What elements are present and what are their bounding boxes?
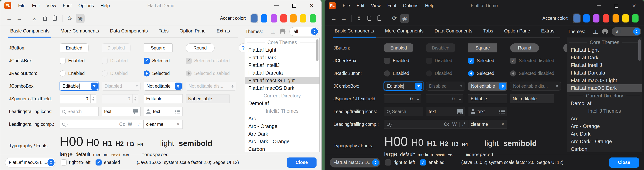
spinner[interactable]: 0 [384, 94, 421, 103]
theme-list-item[interactable]: FlatLaf Dark [567, 54, 642, 61]
combo-arrows-icon[interactable] [175, 83, 182, 90]
theme-list-item[interactable]: Arc [567, 115, 642, 122]
sample-button-square[interactable]: Square [144, 43, 172, 52]
text-input-user[interactable]: text [144, 107, 183, 116]
clear-icon[interactable]: ✕ [501, 121, 505, 127]
menu-item[interactable]: View [368, 0, 384, 11]
forward-icon[interactable]: → [340, 14, 348, 23]
match-case-toggle[interactable]: Cc [444, 121, 450, 127]
menu-item[interactable]: Edit [353, 0, 368, 11]
radio-selected[interactable]: Selected [468, 70, 494, 77]
textfield-editable[interactable]: Editable [144, 94, 183, 103]
checkbox-enabled[interactable]: Enabled [384, 58, 409, 64]
scrollbar-thumb[interactable] [316, 39, 318, 61]
close-window-icon[interactable] [309, 3, 314, 8]
search-dropdown-icon[interactable] [62, 123, 68, 126]
cut-icon[interactable]: ✂ [355, 14, 364, 23]
tab[interactable]: Basic Components [334, 28, 375, 37]
tab[interactable]: Extras [215, 28, 231, 37]
theme-list-item[interactable]: FlatLaf Dark [245, 54, 320, 61]
sample-button-enabled[interactable]: Enabled [384, 43, 413, 52]
scrollbar-thumb[interactable] [638, 39, 641, 61]
checkbox-checked-icon[interactable] [420, 159, 426, 165]
tab[interactable]: More Components [384, 28, 424, 37]
minimize-icon[interactable] [596, 3, 602, 8]
search-dropdown-icon[interactable] [387, 123, 393, 126]
accent-color-swatch[interactable] [631, 14, 639, 23]
checkbox-selected[interactable]: Selected [144, 58, 170, 64]
theme-list-item[interactable]: FlatLaf macOS Dark [245, 84, 320, 92]
copy-icon[interactable] [40, 14, 49, 23]
lookandfeel-combo[interactable]: FlatLaf macOS D... [330, 158, 380, 167]
radio-selected[interactable]: Selected [144, 70, 170, 77]
close-button[interactable]: Close [287, 157, 316, 168]
tab[interactable]: Extras [540, 28, 556, 37]
menu-item[interactable]: Help [422, 0, 438, 11]
menu-item[interactable]: Help [97, 0, 113, 11]
close-button[interactable]: Close [609, 157, 639, 168]
tab[interactable]: Basic Components [9, 28, 50, 37]
paste-icon[interactable] [50, 14, 60, 23]
accent-color-swatch[interactable] [592, 14, 600, 23]
text-input-calendar[interactable]: text [102, 107, 141, 116]
theme-list-item[interactable]: FlatLaf Darcula [245, 69, 320, 77]
clear-me-input[interactable]: clear me ✕ [144, 120, 183, 129]
theme-list-item[interactable]: FlatLaf macOS Light [245, 77, 320, 84]
theme-list-item[interactable]: FlatLaf macOS Light [567, 77, 642, 84]
radio-icon[interactable] [60, 70, 66, 77]
radio-checked-icon[interactable] [144, 70, 150, 77]
maximize-icon[interactable] [292, 3, 296, 8]
lookandfeel-combo[interactable]: FlatLaf macOS Li... [5, 158, 56, 167]
radio-enabled[interactable]: Enabled [60, 70, 84, 77]
calendar-icon[interactable] [133, 109, 138, 114]
theme-list-item[interactable]: FlatLaf Light [245, 46, 320, 54]
combo-arrows-icon[interactable] [633, 28, 640, 35]
theme-list-item[interactable]: Arc Dark - Orange [567, 138, 642, 145]
tab[interactable]: Data Components [433, 28, 474, 37]
checkbox-enabled[interactable]: Enabled [60, 58, 84, 64]
list-icon[interactable] [500, 110, 505, 114]
themes-filter-combo[interactable]: all [612, 27, 641, 36]
back-icon[interactable]: ← [5, 14, 14, 23]
regex-toggle[interactable]: .* [462, 121, 466, 127]
calendar-icon[interactable] [458, 109, 463, 114]
menu-item[interactable]: File [340, 0, 353, 11]
paste-icon[interactable] [375, 14, 384, 23]
accent-color-swatch[interactable] [582, 14, 590, 23]
checkbox-checked-icon[interactable] [96, 159, 102, 165]
accent-color-swatch[interactable] [280, 14, 288, 23]
tab[interactable]: Tabs [158, 28, 170, 37]
download-icon[interactable]: ↓ [270, 29, 276, 34]
theme-list-item[interactable]: Arc - Orange [567, 122, 642, 130]
textfield-editable[interactable]: Editable [468, 94, 507, 103]
sample-button-round[interactable]: Round [510, 43, 539, 52]
menu-item[interactable]: Options [400, 0, 422, 11]
theme-list-item[interactable]: Carbon [567, 145, 642, 152]
checkbox-checked-icon[interactable] [468, 58, 474, 64]
checkbox-icon[interactable] [384, 58, 390, 64]
combo-arrow-icon[interactable] [415, 83, 422, 90]
tab[interactable]: More Components [59, 28, 100, 37]
github-icon[interactable] [602, 29, 608, 35]
checkbox-icon[interactable] [60, 58, 66, 64]
menu-item[interactable]: View [43, 0, 60, 11]
theme-list-item[interactable]: Arc Dark - Orange [245, 138, 320, 145]
sample-button-square[interactable]: Square [468, 43, 497, 52]
checkbox-checked-icon[interactable] [144, 58, 150, 64]
maximize-icon[interactable] [614, 3, 619, 8]
menu-item[interactable]: File [15, 0, 29, 11]
list-icon[interactable] [175, 110, 180, 114]
back-icon[interactable]: ← [329, 14, 338, 23]
combo-arrows-icon[interactable] [372, 159, 379, 166]
accent-color-swatch[interactable] [289, 14, 298, 23]
accent-color-swatch[interactable] [309, 14, 317, 23]
accent-color-swatch[interactable] [573, 14, 581, 23]
accent-color-swatch[interactable] [299, 14, 307, 23]
accent-color-swatch[interactable] [260, 14, 268, 23]
spinner-value[interactable]: 0 [384, 94, 415, 103]
refresh-icon[interactable]: ⟳ [390, 14, 399, 23]
theme-list-item[interactable]: FlatLaf IntelliJ [567, 61, 642, 69]
theme-list-item[interactable]: Carbon [245, 145, 320, 152]
theme-list-item[interactable]: Arc - Orange [245, 122, 320, 130]
theme-list-item[interactable]: FlatLaf Light [567, 46, 642, 54]
